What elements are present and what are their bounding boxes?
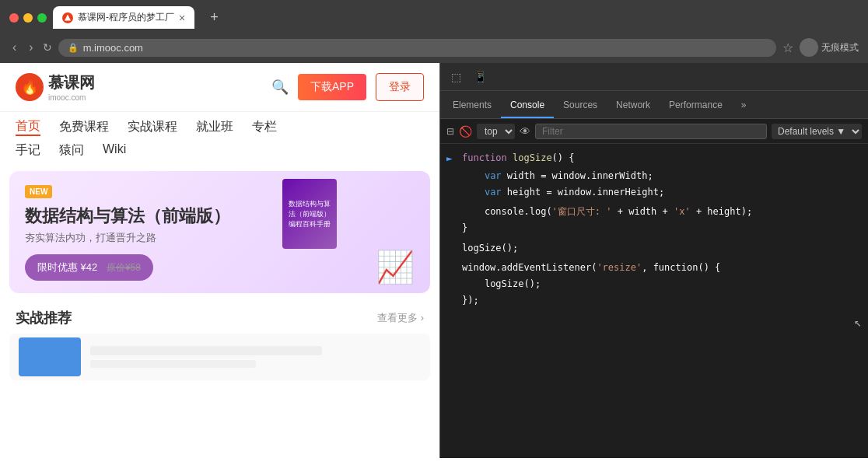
tab-performance[interactable]: Performance <box>660 93 732 118</box>
bookmark-button[interactable]: ☆ <box>782 40 793 55</box>
console-line-2: var width = window.innerWidth; <box>440 168 868 184</box>
nav-item-practice[interactable]: 实战课程 <box>128 119 177 135</box>
console-line-8: logSize(); <box>440 276 868 292</box>
course-placeholder <box>9 334 430 380</box>
banner-subtitle: 夯实算法内功，打通晋升之路 <box>25 231 415 245</box>
banner-title: 数据结构与算法（前端版） <box>25 205 415 228</box>
cursor-area: ↖ <box>440 309 868 336</box>
logo-text: 慕课网 imooc.com <box>48 72 95 102</box>
devtools-tabs: Elements Console Sources Network Perform… <box>440 91 868 119</box>
console-code-9: }); <box>462 293 479 308</box>
console-content: ► function logSize() { var width = windo… <box>440 144 868 458</box>
book-title: 数据结构与算法（前端版）编程百科手册 <box>285 199 334 229</box>
devtools-toolbar: ⬚ 📱 <box>440 63 868 91</box>
reload-button[interactable]: ↻ <box>43 41 52 54</box>
banner-area: NEW 数据结构与算法（前端版） 夯实算法内功，打通晋升之路 限时优惠 ¥42 … <box>9 171 430 293</box>
primary-nav: 首页 免费课程 实战课程 就业班 专栏 <box>0 112 439 142</box>
tab-close-button[interactable]: × <box>179 12 185 24</box>
console-code-1: function logSize() { <box>462 151 575 166</box>
maximize-window-button[interactable] <box>37 13 47 23</box>
mouse-cursor-icon: ↖ <box>854 315 862 330</box>
console-code-4: console.log('窗口尺寸: ' + width + 'x' + hei… <box>462 205 752 219</box>
course-info <box>90 346 421 368</box>
main-area: 🔥 慕课网 imooc.com 🔍 下载APP 登录 首页 免费课程 实战课程 … <box>0 63 868 458</box>
console-code-5: } <box>462 221 467 236</box>
tab-network[interactable]: Network <box>607 93 660 118</box>
download-app-button[interactable]: 下载APP <box>298 74 366 100</box>
filter-input[interactable] <box>535 124 767 139</box>
device-toolbar-button[interactable]: 📱 <box>469 68 492 86</box>
tab-favicon <box>62 12 73 23</box>
nav-item-qa[interactable]: 猿问 <box>59 142 84 159</box>
devtools-secondary-bar: ⊟ 🚫 top 👁 Default levels ▼ <box>440 119 868 144</box>
address-bar: ‹ › ↻ 🔒 m.imooc.com ☆ 无痕模式 <box>0 35 868 63</box>
new-tab-button[interactable]: + <box>204 6 225 29</box>
minimize-window-button[interactable] <box>23 13 33 23</box>
tab-sources[interactable]: Sources <box>554 93 607 118</box>
logo-flame-icon: 🔥 <box>21 79 38 96</box>
clear-console-button[interactable]: 🚫 <box>459 125 472 138</box>
nav-item-career[interactable]: 就业班 <box>196 119 233 135</box>
console-code-2: var width = window.innerWidth; <box>462 169 653 184</box>
devtools-panel: ⬚ 📱 Elements Console Sources Network Per… <box>439 63 868 458</box>
eye-button[interactable]: 👁 <box>520 125 530 138</box>
console-line-9: }); <box>440 292 868 309</box>
logo-circle: 🔥 <box>16 73 44 101</box>
browser-tab[interactable]: 慕课网-程序员的梦工厂 × <box>53 6 194 29</box>
incognito-button[interactable]: 无痕模式 <box>800 38 859 57</box>
see-more-link[interactable]: 查看更多 › <box>377 311 424 325</box>
title-bar: 慕课网-程序员的梦工厂 × + <box>0 0 868 35</box>
browser-chrome: 慕课网-程序员的梦工厂 × + ‹ › ↻ 🔒 m.imooc.com ☆ 无痕… <box>0 0 868 63</box>
address-text: m.imooc.com <box>83 42 143 54</box>
course-meta-placeholder <box>90 360 256 368</box>
console-code-3: var height = window.innerHeight; <box>462 185 664 200</box>
discount-button[interactable]: 限时优惠 ¥42 原价¥58 <box>25 254 153 281</box>
course-title-placeholder <box>90 346 322 355</box>
console-line-1: ► function logSize() { <box>440 150 868 168</box>
new-badge: NEW <box>25 185 52 198</box>
nav-item-column[interactable]: 专栏 <box>252 119 277 135</box>
tab-title: 慕课网-程序员的梦工厂 <box>78 11 174 24</box>
close-window-button[interactable] <box>9 13 19 23</box>
console-line-3: var height = window.innerHeight; <box>440 184 868 201</box>
forward-button[interactable]: › <box>26 39 36 56</box>
tab-elements[interactable]: Elements <box>443 93 501 118</box>
lock-icon: 🔒 <box>68 43 79 53</box>
console-code-6: logSize(); <box>462 241 518 256</box>
logo-cn: 慕课网 <box>48 72 95 93</box>
incognito-label: 无痕模式 <box>821 41 859 54</box>
search-icon[interactable]: 🔍 <box>271 79 289 96</box>
discount-price: 限时优惠 ¥42 <box>37 261 97 273</box>
console-code-7: window.addEventListener('resize', functi… <box>462 260 720 275</box>
secondary-nav: 手记 猿问 Wiki <box>0 142 439 165</box>
logo-area: 🔥 慕课网 imooc.com <box>16 72 95 102</box>
incognito-avatar <box>800 38 818 57</box>
nav-item-free[interactable]: 免费课程 <box>59 119 109 135</box>
logo-en: imooc.com <box>48 93 95 102</box>
console-drawer-button[interactable]: ⊟ <box>446 126 454 137</box>
back-button[interactable]: ‹ <box>9 39 19 56</box>
context-select[interactable]: top <box>477 124 515 139</box>
nav-item-wiki[interactable]: Wiki <box>103 142 126 159</box>
levels-select[interactable]: Default levels ▼ <box>772 124 862 139</box>
traffic-lights <box>9 13 47 23</box>
nav-item-home[interactable]: 首页 <box>16 118 40 136</box>
section-header: 实战推荐 查看更多 › <box>0 299 439 334</box>
console-line-4: console.log('窗口尺寸: ' + width + 'x' + hei… <box>440 204 868 220</box>
nav-item-notes[interactable]: 手记 <box>16 142 40 159</box>
address-field[interactable]: 🔒 m.imooc.com <box>58 39 776 57</box>
console-line-5: } <box>440 220 868 236</box>
tab-more[interactable]: » <box>732 93 756 118</box>
section-title: 实战推荐 <box>16 309 72 327</box>
book-cover: 数据结构与算法（前端版）编程百科手册 <box>282 179 337 249</box>
select-element-button[interactable]: ⬚ <box>446 68 466 86</box>
console-code-8: logSize(); <box>462 277 541 292</box>
console-line-7: window.addEventListener('resize', functi… <box>440 260 868 276</box>
chart-icon: 📈 <box>376 249 415 285</box>
site-header: 🔥 慕课网 imooc.com 🔍 下载APP 登录 <box>0 63 439 112</box>
console-line-6: logSize(); <box>440 240 868 257</box>
console-prompt-icon: ► <box>446 151 456 167</box>
login-button[interactable]: 登录 <box>376 73 424 101</box>
course-thumbnail <box>19 337 81 376</box>
tab-console[interactable]: Console <box>501 93 554 118</box>
